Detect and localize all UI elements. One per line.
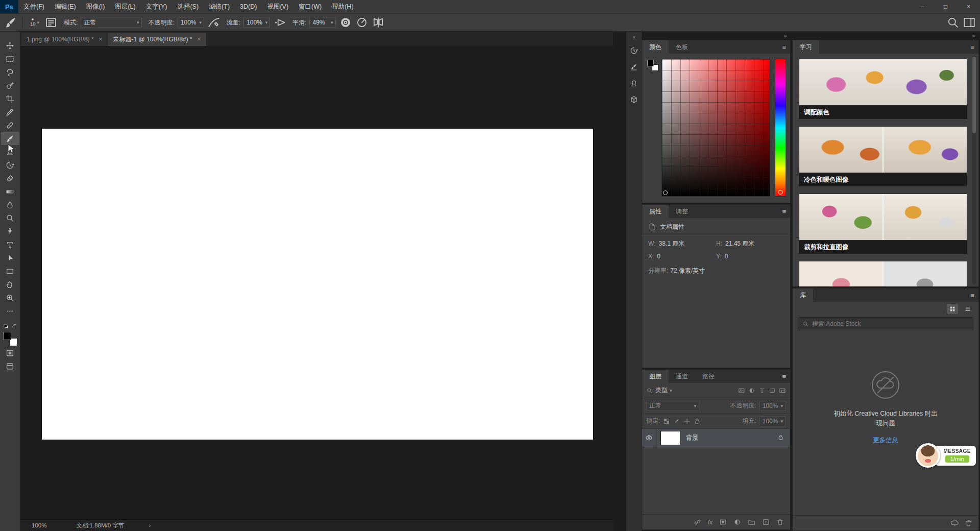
zoom-tool[interactable] xyxy=(1,291,19,304)
pen-tool[interactable] xyxy=(1,225,19,238)
filter-shape-layers-icon[interactable] xyxy=(769,387,776,394)
tool-preset-picker[interactable] xyxy=(4,16,17,29)
blend-mode-select[interactable]: 正常▾ xyxy=(81,17,142,28)
expand-panels-chevron[interactable]: « xyxy=(632,33,635,41)
panel-menu-icon[interactable]: ≡ xyxy=(966,40,978,54)
saturation-brightness-field[interactable] xyxy=(662,59,770,197)
pressure-opacity-button[interactable] xyxy=(207,16,220,29)
collapse-dock-chevron[interactable]: » xyxy=(642,32,791,40)
library-search[interactable] xyxy=(798,317,973,330)
brush-tool[interactable] xyxy=(1,132,19,145)
doc-x-field[interactable]: X:0 xyxy=(648,253,716,260)
layer-thumbnail[interactable] xyxy=(660,431,681,445)
quick-selection-tool[interactable] xyxy=(1,79,19,92)
add-layer-mask-icon[interactable] xyxy=(719,518,727,526)
menu-select[interactable]: 选择(S) xyxy=(172,0,204,13)
layer-fill-select[interactable]: 100%▾ xyxy=(760,416,786,426)
lock-transparency-icon[interactable] xyxy=(663,418,670,425)
paint-symmetry-button[interactable] xyxy=(372,16,385,29)
marquee-tool[interactable] xyxy=(1,52,19,65)
swap-colors-icon[interactable] xyxy=(11,323,17,331)
delete-layer-icon[interactable] xyxy=(776,518,784,526)
menu-edit[interactable]: 编辑(E) xyxy=(50,0,81,13)
default-colors-icon[interactable] xyxy=(3,323,9,331)
lock-all-icon[interactable] xyxy=(694,418,701,425)
type-tool[interactable] xyxy=(1,238,19,251)
scrollbar-thumb[interactable] xyxy=(972,57,976,133)
tab-paths[interactable]: 路径 xyxy=(695,370,722,383)
panel-menu-icon[interactable]: ≡ xyxy=(966,288,978,302)
tab-learn[interactable]: 学习 xyxy=(793,40,819,54)
materials-panel-icon[interactable] xyxy=(627,93,641,106)
more-info-link[interactable]: 更多信息 xyxy=(873,436,898,445)
lock-position-icon[interactable] xyxy=(683,418,691,425)
tab-swatches[interactable]: 色板 xyxy=(669,40,695,54)
scrollbar[interactable] xyxy=(972,56,976,284)
document-tab-2[interactable]: 未标题-1 @ 100%(RGB/8#) * × xyxy=(108,33,206,46)
tab-properties[interactable]: 属性 xyxy=(642,205,669,218)
learn-card-crop-straighten[interactable]: 裁剪和拉直图像 xyxy=(799,194,967,254)
library-search-input[interactable] xyxy=(812,320,969,327)
doc-width-field[interactable]: W:38.1 厘米 xyxy=(648,239,716,248)
delete-library-item-icon[interactable] xyxy=(965,519,972,527)
foreground-color-indicator[interactable] xyxy=(647,60,654,66)
path-selection-tool[interactable] xyxy=(1,251,19,264)
color-panel-swatches[interactable] xyxy=(646,59,659,72)
document-canvas[interactable] xyxy=(42,129,593,440)
move-tool[interactable] xyxy=(1,39,19,52)
zoom-level-field[interactable]: 100% xyxy=(32,522,46,528)
menu-image[interactable]: 图像(I) xyxy=(81,0,110,13)
tab-channels[interactable]: 通道 xyxy=(669,370,695,383)
rectangle-tool[interactable] xyxy=(1,264,19,278)
eraser-tool[interactable] xyxy=(1,172,19,185)
airbrush-button[interactable] xyxy=(273,16,286,29)
brush-preset-picker[interactable]: 10 ▾ xyxy=(28,18,41,27)
tab-libraries[interactable]: 库 xyxy=(793,288,813,302)
history-panel-icon[interactable] xyxy=(627,44,641,57)
filter-adjustment-layers-icon[interactable] xyxy=(748,387,755,394)
spot-healing-brush-tool[interactable] xyxy=(1,118,19,132)
smoothing-options-gear-icon[interactable] xyxy=(339,16,352,29)
hue-slider[interactable] xyxy=(775,59,786,197)
blur-tool[interactable] xyxy=(1,198,19,211)
menu-3d[interactable]: 3D(D) xyxy=(235,0,262,13)
filter-pixel-layers-icon[interactable] xyxy=(738,387,745,394)
eyedropper-tool[interactable] xyxy=(1,105,19,118)
status-options-chevron[interactable]: › xyxy=(149,522,151,528)
new-layer-icon[interactable] xyxy=(762,518,770,526)
screen-mode-icon[interactable] xyxy=(1,359,19,373)
menu-filter[interactable]: 滤镜(T) xyxy=(204,0,235,13)
clone-stamp-tool[interactable] xyxy=(1,145,19,158)
canvas-area[interactable] xyxy=(20,46,613,519)
tab-layers[interactable]: 图层 xyxy=(642,370,669,383)
lock-image-icon[interactable] xyxy=(673,418,680,425)
smoothing-select[interactable]: 49%▾ xyxy=(309,17,336,28)
list-view-icon[interactable] xyxy=(962,304,973,314)
minimize-button[interactable]: – xyxy=(911,0,934,13)
opacity-select[interactable]: 100%▾ xyxy=(178,17,204,28)
foreground-color-swatch[interactable] xyxy=(3,332,11,340)
lasso-tool[interactable] xyxy=(1,65,19,79)
hand-tool[interactable] xyxy=(1,278,19,291)
quick-mask-mode-icon[interactable] xyxy=(1,346,19,359)
filter-type-layers-icon[interactable] xyxy=(758,387,766,394)
panel-menu-icon[interactable]: ≡ xyxy=(778,205,790,218)
close-button[interactable]: × xyxy=(957,0,980,13)
layer-filter-type-select[interactable]: 类型 ▾ xyxy=(646,386,672,395)
toggle-brush-settings-button[interactable] xyxy=(44,16,58,29)
gradient-tool[interactable] xyxy=(1,185,19,198)
dodge-tool[interactable] xyxy=(1,211,19,225)
tab-color[interactable]: 颜色 xyxy=(642,40,669,54)
tab-adjustments[interactable]: 调整 xyxy=(669,205,695,218)
layer-blend-mode-select[interactable]: 正常▾ xyxy=(646,401,699,411)
edit-toolbar-ellipsis-icon[interactable] xyxy=(1,304,19,318)
learn-card-partial[interactable] xyxy=(799,261,967,286)
link-layers-icon[interactable] xyxy=(694,518,701,526)
menu-window[interactable]: 窗口(W) xyxy=(293,0,327,13)
panel-menu-icon[interactable]: ≡ xyxy=(778,40,790,54)
search-icon[interactable] xyxy=(946,16,960,29)
layer-effects-icon[interactable]: fx xyxy=(708,519,713,526)
flow-select[interactable]: 100%▾ xyxy=(243,17,270,28)
learn-card-cool-warm[interactable]: 冷色和暖色图像 xyxy=(799,126,967,186)
panel-menu-icon[interactable]: ≡ xyxy=(778,370,790,383)
